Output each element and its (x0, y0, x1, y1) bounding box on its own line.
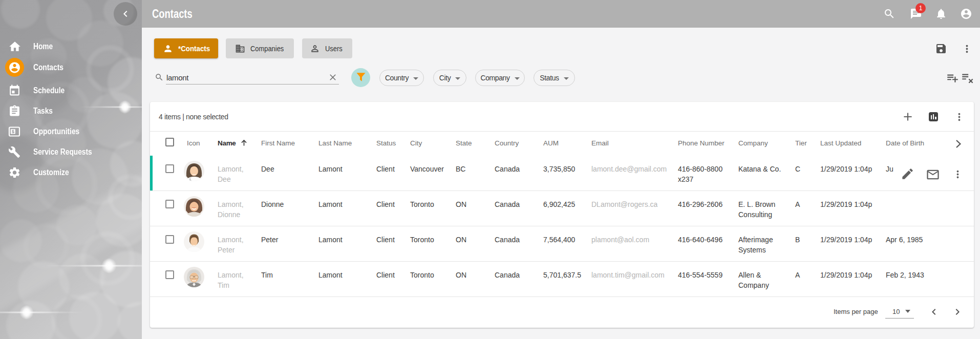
svg-text:$: $ (12, 129, 15, 134)
